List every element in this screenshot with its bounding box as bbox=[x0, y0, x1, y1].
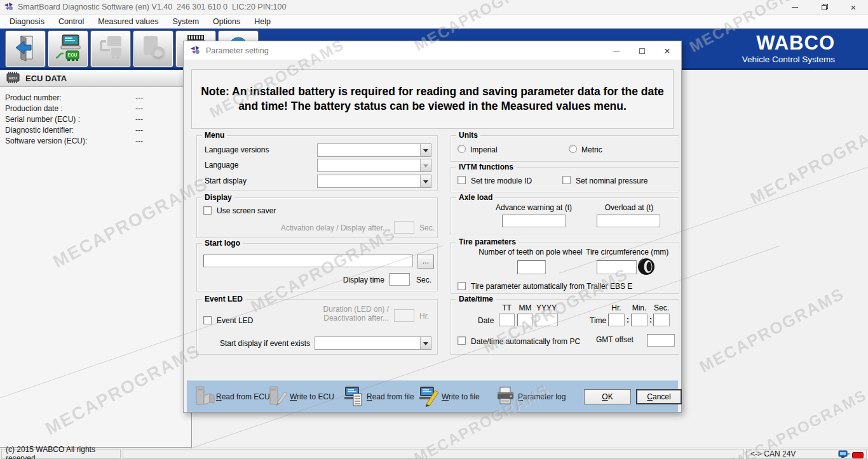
set-tire-module-checkbox[interactable] bbox=[458, 176, 466, 184]
ok-button[interactable]: OK bbox=[584, 389, 631, 404]
ecu-row-label: Diagnostic identifier: bbox=[5, 126, 74, 135]
tire-auto-checkbox[interactable] bbox=[458, 282, 466, 290]
menu-system[interactable]: System bbox=[165, 15, 206, 28]
date-day-input[interactable] bbox=[499, 314, 515, 326]
connect-ecu-icon: ECU bbox=[53, 34, 83, 65]
time-hour-input[interactable] bbox=[608, 314, 625, 326]
ecu-row-label: Serial number (ECU) : bbox=[5, 115, 80, 124]
wheel-button[interactable] bbox=[133, 30, 173, 67]
read-from-file-button[interactable]: Read from file bbox=[344, 381, 414, 413]
imperial-radio[interactable] bbox=[458, 145, 466, 153]
exit-button[interactable] bbox=[5, 30, 46, 67]
disconnect-button[interactable] bbox=[90, 30, 131, 67]
browse-button[interactable]: ... bbox=[417, 255, 434, 269]
event-led-checkbox[interactable] bbox=[203, 316, 212, 324]
cancel-button[interactable]: Cancel bbox=[636, 389, 682, 404]
ecu-row-serial-number: Serial number (ECU) : --- bbox=[0, 114, 191, 125]
pole-wheel-teeth-input[interactable] bbox=[517, 260, 546, 274]
copyright-text: (c) 2015 WABCO All rights reserved bbox=[6, 445, 116, 459]
dialog-title: Parameter setting bbox=[206, 46, 269, 55]
start-display-select[interactable] bbox=[317, 175, 431, 188]
ecu-row-label: Product number: bbox=[5, 93, 62, 102]
copyright-cell: (c) 2015 WABCO All rights reserved bbox=[1, 449, 121, 459]
overload-input[interactable] bbox=[597, 215, 660, 227]
time-label: Time bbox=[590, 316, 606, 325]
parameter-log-button[interactable]: Parameter log bbox=[495, 381, 566, 413]
chevron-down-icon[interactable] bbox=[420, 175, 431, 187]
parameter-log-label: Parameter log bbox=[518, 392, 566, 401]
window-title: SmartBoard Diagnostic Software (en) V1.4… bbox=[18, 3, 286, 11]
ecu-row-label: Software version (ECU): bbox=[5, 136, 87, 145]
tire-icon bbox=[637, 256, 657, 279]
dialog-maximize-icon[interactable] bbox=[629, 41, 654, 60]
dialog-icon bbox=[190, 44, 201, 57]
start-display-event-label: Start display if event exists bbox=[203, 339, 310, 348]
minimize-icon[interactable] bbox=[780, 0, 810, 15]
start-logo-group: Start logo ... Display time Sec. bbox=[196, 243, 438, 291]
ecu-data-header: ECU ECU DATA bbox=[0, 70, 191, 87]
menu-measured-values[interactable]: Measured values bbox=[91, 15, 165, 28]
tt-header: TT bbox=[499, 303, 515, 312]
min-header: Min. bbox=[631, 303, 648, 312]
menu-diagnosis[interactable]: Diagnosis bbox=[3, 15, 51, 28]
time-colon: : bbox=[649, 316, 652, 324]
display-time-label: Display time bbox=[321, 276, 384, 284]
gmt-offset-input[interactable] bbox=[647, 334, 675, 347]
axle-load-group-title: Axle load bbox=[456, 193, 495, 202]
time-minute-input[interactable] bbox=[631, 314, 648, 326]
app-window: SmartBoard Diagnostic Software (en) V1.4… bbox=[0, 0, 868, 459]
language-versions-select[interactable] bbox=[317, 143, 431, 157]
datetime-group: Date/time TT MM YYYY Date Hr. Min. Sec. … bbox=[451, 299, 679, 355]
write-to-file-label: Write to file bbox=[442, 392, 480, 401]
language-versions-label: Language versions bbox=[205, 145, 269, 154]
menu-options[interactable]: Options bbox=[206, 15, 247, 28]
metric-label: Metric bbox=[581, 145, 602, 154]
time-second-input[interactable] bbox=[653, 314, 670, 326]
restore-icon[interactable] bbox=[810, 0, 839, 15]
ecu-data-title: ECU DATA bbox=[25, 74, 67, 83]
chevron-down-icon[interactable] bbox=[420, 337, 431, 349]
chevron-down-icon[interactable] bbox=[420, 144, 431, 156]
datetime-auto-checkbox[interactable] bbox=[458, 336, 466, 345]
use-screen-saver-checkbox[interactable] bbox=[203, 206, 212, 215]
chevron-down-icon bbox=[420, 159, 431, 171]
dialog-minimize-icon[interactable] bbox=[604, 41, 629, 60]
dialog-close-icon[interactable]: × bbox=[654, 41, 680, 60]
advance-warning-input[interactable] bbox=[502, 215, 566, 227]
start-logo-path-input[interactable] bbox=[203, 255, 413, 267]
gmt-offset-label: GMT offset bbox=[596, 335, 634, 344]
status-spacer-cell bbox=[123, 449, 744, 459]
connect-ecu-button[interactable]: ECU bbox=[48, 30, 88, 67]
menu-group: Menu Language versions Language Start di… bbox=[196, 135, 438, 191]
date-month-input[interactable] bbox=[517, 314, 533, 326]
menu-control[interactable]: Control bbox=[51, 15, 91, 28]
sec-header: Sec. bbox=[653, 303, 670, 312]
date-year-input[interactable] bbox=[536, 314, 558, 326]
display-time-input[interactable] bbox=[390, 273, 410, 286]
read-from-ecu-button[interactable]: Read from ECU bbox=[194, 381, 270, 413]
start-display-label: Start display bbox=[205, 176, 247, 185]
close-icon[interactable]: × bbox=[839, 0, 868, 15]
start-display-event-select[interactable] bbox=[315, 336, 431, 350]
write-to-ecu-button[interactable]: Write to ECU bbox=[268, 381, 334, 413]
tire-circumference-input[interactable] bbox=[597, 260, 637, 274]
set-nominal-pressure-checkbox[interactable] bbox=[562, 176, 571, 184]
ecu-row-label: Production date : bbox=[5, 104, 63, 113]
app-icon bbox=[4, 1, 14, 13]
pole-wheel-teeth-label: Number of teeth on pole wheel bbox=[477, 248, 585, 256]
menu-help[interactable]: Help bbox=[247, 15, 278, 28]
ecu-chip-small-icon: ECU bbox=[6, 72, 20, 85]
ecu-row-production-date: Production date : --- bbox=[0, 103, 191, 114]
watermark-text: MECAPROGRAMS bbox=[747, 116, 868, 208]
svg-text:ECU: ECU bbox=[68, 53, 78, 57]
wheel-icon bbox=[139, 34, 168, 65]
ecu-row-value: --- bbox=[135, 93, 143, 102]
printer-icon bbox=[495, 385, 517, 409]
status-bar: (c) 2015 WABCO All rights reserved <-> C… bbox=[0, 448, 868, 459]
hr-header: Hr. bbox=[608, 303, 625, 312]
metric-radio[interactable] bbox=[569, 145, 577, 153]
write-to-file-button[interactable]: Write to file bbox=[419, 381, 480, 413]
ivtm-group-title: IVTM functions bbox=[456, 163, 516, 171]
units-group-title: Units bbox=[456, 131, 480, 140]
tire-parameters-group-title: Tire parameters bbox=[456, 237, 519, 246]
